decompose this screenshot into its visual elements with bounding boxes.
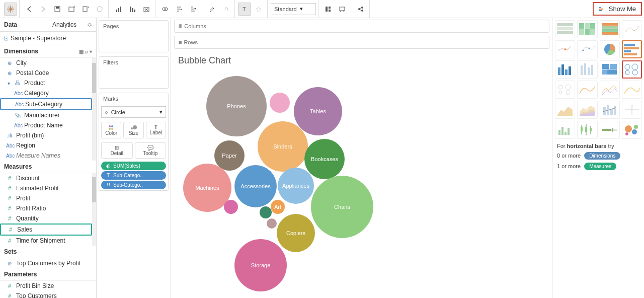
bubble-copiers[interactable]: Copiers bbox=[277, 214, 315, 252]
rows-shelf[interactable]: ≡Rows bbox=[174, 36, 549, 49]
swap-button[interactable] bbox=[112, 3, 125, 16]
field-top-customers-by-profit[interactable]: ⊘Top Customers by Profit bbox=[0, 258, 96, 268]
chart-type-9[interactable] bbox=[577, 60, 597, 79]
tooltip-button[interactable]: 💬Tooltip bbox=[135, 142, 167, 159]
undo-button[interactable] bbox=[23, 3, 36, 16]
chart-type-23[interactable] bbox=[622, 121, 642, 139]
chart-type-13[interactable] bbox=[577, 81, 597, 99]
clear-button[interactable] bbox=[140, 3, 153, 16]
new-data-button[interactable]: + bbox=[65, 3, 78, 16]
bubble-bookcases[interactable]: Bookcases bbox=[304, 139, 345, 179]
chart-type-5[interactable] bbox=[577, 40, 597, 58]
field-time-for-shipment[interactable]: #Time for Shipment bbox=[0, 236, 92, 246]
chart-type-7[interactable] bbox=[622, 40, 642, 58]
fit-dropdown[interactable]: Standard ▾ bbox=[271, 3, 316, 15]
field-discount[interactable]: #Discount bbox=[0, 173, 92, 183]
star-button[interactable] bbox=[252, 3, 265, 16]
field-city[interactable]: ⊕City bbox=[0, 58, 92, 68]
meas-scrollbar[interactable] bbox=[92, 173, 96, 246]
chart-type-17[interactable] bbox=[577, 101, 597, 119]
group-button[interactable] bbox=[158, 3, 172, 16]
chart-type-0[interactable] bbox=[555, 20, 575, 38]
share-button[interactable] bbox=[354, 3, 367, 16]
field-product[interactable]: ▾品Product bbox=[0, 78, 92, 88]
viz-title[interactable]: Bubble Chart bbox=[171, 50, 552, 71]
chart-type-4[interactable] bbox=[555, 40, 575, 58]
cards-button[interactable] bbox=[321, 3, 335, 16]
mark-type-select[interactable]: ○ Circle ▾ bbox=[101, 106, 166, 118]
chart-type-2[interactable] bbox=[600, 20, 620, 38]
chart-type-10[interactable] bbox=[600, 60, 620, 79]
size-button[interactable]: Size bbox=[123, 122, 143, 138]
chart-type-1[interactable] bbox=[577, 20, 597, 38]
field-region[interactable]: AbcRegion bbox=[0, 140, 92, 151]
chart-type-16[interactable] bbox=[555, 101, 575, 119]
chart-type-6[interactable] bbox=[600, 40, 620, 58]
bubble-binders[interactable]: Binders bbox=[258, 121, 308, 172]
chart-type-3[interactable] bbox=[622, 20, 642, 38]
bubble-unlabeled[interactable] bbox=[270, 93, 290, 113]
redo-button[interactable] bbox=[37, 3, 50, 16]
chart-type-12[interactable] bbox=[555, 81, 575, 99]
detail-button[interactable]: ⊞Detail bbox=[101, 142, 133, 159]
chart-type-15[interactable] bbox=[622, 81, 642, 99]
field-measure-names[interactable]: AbcMeasure Names bbox=[0, 151, 92, 161]
dimensions-tools[interactable]: ▦ ⌕ ▾ bbox=[79, 49, 92, 54]
field-manufacturer[interactable]: 📎Manufacturer bbox=[0, 110, 92, 120]
bubble-unlabeled[interactable] bbox=[224, 200, 238, 214]
field-profit-ratio[interactable]: #Profit Ratio bbox=[0, 203, 92, 213]
show-me-button[interactable]: Show Me bbox=[593, 2, 642, 16]
chart-type-22[interactable] bbox=[600, 121, 620, 139]
pill-sub-catego-[interactable]: TSub-Catego.. bbox=[101, 171, 166, 180]
field-sub-category[interactable]: AbcSub-Category bbox=[0, 98, 92, 110]
sort-asc-button[interactable] bbox=[126, 3, 139, 16]
new-worksheet-button[interactable]: + bbox=[79, 3, 92, 16]
pill-sub-catego-[interactable]: ⠿Sub-Catego.. bbox=[101, 181, 166, 189]
field-sales[interactable]: #Sales bbox=[0, 224, 92, 236]
field-profit[interactable]: #Profit bbox=[0, 193, 92, 203]
sort-asc2-button[interactable] bbox=[187, 3, 200, 16]
tab-analytics[interactable]: Analytics ≎ bbox=[48, 18, 96, 31]
field-postal-code[interactable]: ⊕Postal Code bbox=[0, 68, 92, 78]
field-top-customers[interactable]: #Top Customers bbox=[0, 291, 96, 298]
color-button[interactable]: Color bbox=[101, 122, 121, 138]
highlight-button[interactable] bbox=[205, 3, 218, 16]
columns-shelf[interactable]: iiiColumns bbox=[174, 20, 549, 33]
refresh-button[interactable] bbox=[93, 3, 106, 16]
bubble-storage[interactable]: Storage bbox=[234, 239, 287, 291]
bubble-accessories[interactable]: Accessories bbox=[234, 165, 277, 207]
tab-data[interactable]: Data bbox=[0, 18, 48, 31]
field-quantity[interactable]: #Quantity bbox=[0, 213, 92, 224]
presentation-button[interactable] bbox=[336, 3, 349, 16]
bubble-unlabeled[interactable] bbox=[267, 218, 277, 229]
bubble-unlabeled[interactable] bbox=[260, 206, 272, 218]
chart-type-11[interactable] bbox=[622, 60, 642, 79]
datasource-row[interactable]: ⎘ Sample - Superstore bbox=[0, 32, 96, 45]
field-estimated-profit[interactable]: #Estimated Profit bbox=[0, 183, 92, 193]
bubble-tables[interactable]: Tables bbox=[294, 87, 342, 135]
sort-desc-button[interactable] bbox=[173, 3, 186, 16]
chart-type-8[interactable] bbox=[555, 60, 575, 79]
viz-canvas[interactable]: PhonesTablesBindersBookcasesPaperMachine… bbox=[171, 71, 552, 298]
bubble-phones[interactable]: Phones bbox=[206, 76, 267, 136]
chart-type-18[interactable] bbox=[600, 101, 620, 119]
chart-type-19[interactable]: + bbox=[622, 101, 642, 119]
logo-button[interactable] bbox=[4, 3, 17, 16]
label-button[interactable]: TLabel bbox=[146, 122, 166, 138]
pages-shelf[interactable]: Pages bbox=[99, 20, 169, 52]
chart-type-20[interactable] bbox=[555, 121, 575, 139]
field-product-name[interactable]: AbcProduct Name bbox=[0, 120, 92, 130]
dim-scrollbar[interactable] bbox=[92, 58, 96, 161]
field-profit-bin-size[interactable]: #Profit Bin Size bbox=[0, 281, 96, 291]
chart-type-21[interactable] bbox=[577, 121, 597, 139]
chart-type-14[interactable] bbox=[600, 81, 620, 99]
label-button[interactable]: T bbox=[238, 3, 251, 16]
field-category[interactable]: AbcCategory bbox=[0, 88, 92, 98]
filters-shelf[interactable]: Filters bbox=[99, 56, 169, 89]
attach-button[interactable] bbox=[219, 3, 232, 16]
pill-sum-sales-[interactable]: ◐SUM(Sales) bbox=[101, 162, 166, 170]
bubble-appliances[interactable]: Appliances bbox=[278, 168, 314, 204]
bubble-art[interactable]: Art bbox=[271, 200, 285, 214]
field-profit-bin-[interactable]: .ılıProfit (bin) bbox=[0, 130, 92, 140]
bubble-chairs[interactable]: Chairs bbox=[311, 176, 373, 238]
